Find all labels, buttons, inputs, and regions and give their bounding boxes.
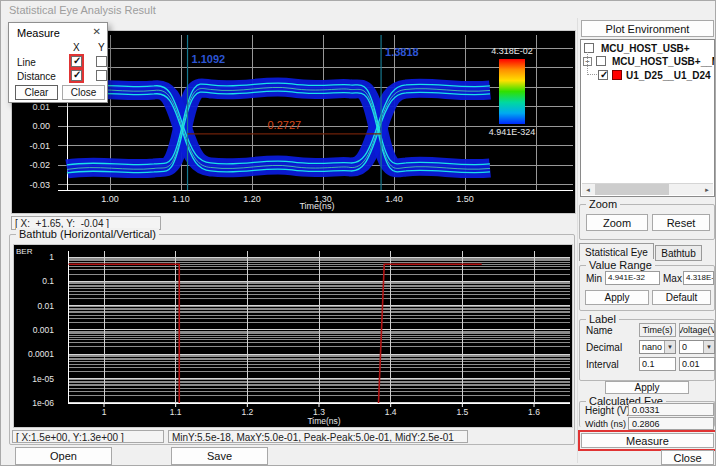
dialog-close-button[interactable]: Close bbox=[62, 85, 105, 100]
svg-text:0.00: 0.00 bbox=[32, 121, 50, 131]
svg-text:0.01: 0.01 bbox=[32, 102, 50, 112]
measure-dialog[interactable]: Measure ✕ X Y Line Distance Clear Close bbox=[8, 22, 108, 103]
distance-x-checkbox[interactable] bbox=[71, 70, 82, 81]
reset-button[interactable]: Reset bbox=[652, 214, 710, 231]
svg-text:BER: BER bbox=[16, 247, 33, 256]
min-label: Min bbox=[586, 273, 602, 284]
svg-text:1: 1 bbox=[49, 252, 54, 262]
decimal-voltage-select[interactable]: 0 bbox=[679, 340, 715, 354]
eye-height-field: 0.0331 bbox=[628, 403, 714, 416]
close-button[interactable]: Close bbox=[661, 450, 714, 465]
tree-horizontal-scrollbar[interactable] bbox=[582, 183, 713, 195]
title-bar[interactable]: Statistical Eye Analysis Result bbox=[1, 1, 715, 19]
clear-button[interactable]: Clear bbox=[15, 85, 58, 100]
bathtub-group-title: Bathtub (Horizontal/Vertical) bbox=[16, 228, 159, 241]
tree-item[interactable]: U1_D25__U1_D24 bbox=[581, 69, 714, 82]
dialog-close-icon[interactable]: ✕ bbox=[93, 26, 101, 37]
zoom-button[interactable]: Zoom bbox=[586, 214, 648, 231]
eye-width-field: 0.2806 bbox=[628, 417, 714, 430]
plot-tree[interactable]: MCU_HOST_USB+ MCU_HOST_USB+__MCU_HO U1_D… bbox=[580, 39, 715, 197]
svg-text:0.001: 0.001 bbox=[33, 325, 55, 335]
svg-text:-0.01: -0.01 bbox=[29, 141, 50, 151]
interval-voltage-input[interactable]: 0.01 bbox=[679, 357, 715, 371]
tree-item[interactable]: MCU_HOST_USB+__MCU_HO bbox=[581, 56, 714, 69]
svg-text:0.0001: 0.0001 bbox=[28, 349, 54, 359]
bathtub-group: Bathtub (Horizontal/Vertical) 10.10.010.… bbox=[9, 234, 575, 445]
svg-text:1.1: 1.1 bbox=[170, 407, 182, 417]
svg-text:1.40: 1.40 bbox=[385, 194, 403, 204]
line-y-checkbox[interactable] bbox=[96, 56, 107, 67]
window-title: Statistical Eye Analysis Result bbox=[9, 4, 156, 16]
svg-text:1.5: 1.5 bbox=[456, 407, 468, 417]
svg-text:1.10: 1.10 bbox=[172, 194, 190, 204]
width-label: Width (ns) bbox=[585, 419, 626, 429]
svg-text:Time(ns): Time(ns) bbox=[299, 201, 334, 211]
svg-text:1.00: 1.00 bbox=[101, 194, 119, 204]
label-apply-button[interactable]: Apply bbox=[605, 381, 689, 394]
distance-y-checkbox[interactable] bbox=[96, 70, 107, 81]
max-value-field[interactable]: 4.318E-02 bbox=[683, 271, 714, 285]
value-range-apply-button[interactable]: Apply bbox=[585, 290, 649, 305]
dropdown-arrow-icon[interactable] bbox=[664, 341, 675, 353]
value-range-default-button[interactable]: Default bbox=[652, 290, 711, 305]
scroll-left-arrow[interactable] bbox=[582, 184, 594, 195]
measure-button[interactable]: Measure bbox=[581, 433, 714, 448]
scroll-thumb[interactable] bbox=[595, 184, 669, 195]
tree-signal-checkbox[interactable] bbox=[598, 70, 608, 80]
svg-text:Time(ns): Time(ns) bbox=[307, 416, 340, 426]
line-row-label: Line bbox=[17, 57, 36, 68]
decimal-time-select[interactable]: nano bbox=[639, 340, 676, 354]
name-time-box: Time(s) bbox=[639, 323, 676, 337]
svg-text:0.2727: 0.2727 bbox=[267, 119, 301, 131]
bathtub-stats: MinY:5.5e-18, MaxY:5.0e-01, Peak-Peak:5.… bbox=[168, 430, 468, 443]
svg-text:1.1092: 1.1092 bbox=[192, 53, 226, 65]
svg-text:1.4: 1.4 bbox=[385, 407, 397, 417]
svg-text:1.6: 1.6 bbox=[528, 407, 540, 417]
svg-text:1.20: 1.20 bbox=[243, 194, 261, 204]
max-label: Max bbox=[663, 273, 682, 284]
svg-text:1: 1 bbox=[102, 407, 107, 417]
svg-text:1e-05: 1e-05 bbox=[32, 374, 54, 384]
min-value-field[interactable]: 4.941E-32 bbox=[605, 271, 660, 285]
tree-net-checkbox[interactable] bbox=[596, 56, 606, 66]
svg-text:0.01: 0.01 bbox=[37, 301, 54, 311]
bathtub-plot[interactable]: 10.10.010.0010.00011e-051e-0611.11.21.31… bbox=[13, 244, 573, 428]
svg-text:4.941E-324: 4.941E-324 bbox=[489, 127, 536, 137]
scroll-right-arrow[interactable] bbox=[701, 184, 713, 195]
dropdown-arrow-icon[interactable] bbox=[703, 341, 714, 353]
svg-text:4.318E-02: 4.318E-02 bbox=[491, 46, 533, 56]
tree-item-label[interactable]: U1_D25__U1_D24 bbox=[626, 70, 711, 81]
tree-item[interactable]: MCU_HOST_USB+ bbox=[581, 43, 714, 56]
measure-dialog-title: Measure bbox=[17, 27, 60, 39]
tree-item-label[interactable]: MCU_HOST_USB+__MCU_HO bbox=[612, 56, 715, 67]
svg-text:1e-06: 1e-06 bbox=[32, 398, 54, 408]
svg-text:1.50: 1.50 bbox=[456, 194, 474, 204]
interval-time-input[interactable]: 0.1 bbox=[639, 357, 676, 371]
bathtub-plot-svg: 10.10.010.0010.00011e-051e-0611.11.21.31… bbox=[14, 245, 572, 427]
tree-item-label[interactable]: MCU_HOST_USB+ bbox=[601, 43, 690, 54]
tab-bathtub[interactable]: Bathtub bbox=[655, 245, 702, 261]
open-button[interactable]: Open bbox=[15, 447, 112, 465]
value-range-group: Value Range Min 4.941E-32 Max 4.318E-02 … bbox=[579, 265, 715, 311]
column-header-y: Y bbox=[98, 42, 105, 53]
interval-label: Interval bbox=[586, 359, 619, 370]
panel-separator bbox=[577, 18, 578, 463]
statistical-eye-analysis-window: Statistical Eye Analysis Result 0.010.00… bbox=[0, 0, 716, 466]
svg-text:-0.02: -0.02 bbox=[29, 160, 50, 170]
decimal-time-value: nano bbox=[642, 342, 662, 352]
save-button[interactable]: Save bbox=[171, 447, 268, 465]
svg-text:1.2: 1.2 bbox=[241, 407, 253, 417]
decimal-voltage-value: 0 bbox=[682, 342, 687, 352]
series-color-swatch bbox=[612, 70, 622, 80]
zoom-group-title: Zoom bbox=[586, 198, 620, 211]
name-voltage-box: Voltage(V bbox=[679, 323, 715, 337]
name-label: Name bbox=[586, 325, 613, 336]
column-header-x: X bbox=[73, 42, 80, 53]
svg-text:0.1: 0.1 bbox=[42, 276, 54, 286]
label-group: Label Name Time(s) Voltage(V Decimal nan… bbox=[579, 319, 715, 381]
line-x-checkbox[interactable] bbox=[71, 56, 82, 67]
distance-row-label: Distance bbox=[17, 71, 56, 82]
bathtub-cursor-status: [ X:1.5e+00, Y:1.3e+00 ] bbox=[12, 430, 164, 443]
plot-environment-button[interactable]: Plot Environment bbox=[581, 20, 714, 37]
zoom-group: Zoom Zoom Reset bbox=[579, 204, 715, 240]
